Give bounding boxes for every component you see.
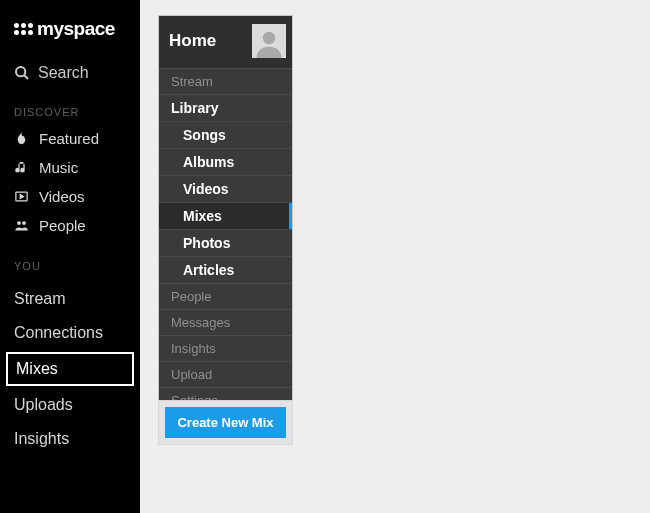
- svg-line-1: [24, 75, 28, 79]
- panel-item-label: Insights: [171, 341, 216, 356]
- svg-point-0: [16, 67, 25, 76]
- panel-item-stream[interactable]: Stream: [159, 68, 292, 94]
- panel-header: Home: [159, 16, 292, 68]
- home-dropdown-panel: Home Stream Library Songs Albums Videos …: [158, 15, 293, 440]
- you-insights[interactable]: Insights: [0, 422, 140, 456]
- panel-title: Home: [169, 31, 216, 51]
- you-list: Stream Connections Mixes Uploads Insight…: [0, 282, 140, 456]
- discover-list: Featured Music Videos People: [0, 124, 140, 240]
- panel-sub-label: Photos: [183, 235, 230, 251]
- brand-logo[interactable]: myspace: [0, 10, 140, 54]
- panel-sub-label: Videos: [183, 181, 229, 197]
- you-label: Connections: [14, 324, 103, 341]
- nav-videos[interactable]: Videos: [0, 182, 140, 211]
- you-heading: YOU: [0, 254, 140, 278]
- you-connections[interactable]: Connections: [0, 316, 140, 350]
- svg-point-4: [22, 221, 26, 225]
- panel-sub-label: Articles: [183, 262, 234, 278]
- play-icon: [14, 189, 29, 204]
- nav-label: People: [39, 217, 86, 234]
- panel-sub-label: Mixes: [183, 208, 222, 224]
- panel-sub-albums[interactable]: Albums: [159, 148, 292, 175]
- search-icon: [14, 65, 30, 81]
- create-mix-container: Create New Mix: [158, 400, 293, 445]
- you-label: Insights: [14, 430, 69, 447]
- create-new-mix-button[interactable]: Create New Mix: [165, 407, 286, 438]
- nav-people[interactable]: People: [0, 211, 140, 240]
- nav-label: Videos: [39, 188, 85, 205]
- flame-icon: [14, 131, 29, 146]
- panel-item-messages[interactable]: Messages: [159, 309, 292, 335]
- panel-item-label: Upload: [171, 367, 212, 382]
- panel-sub-label: Songs: [183, 127, 226, 143]
- panel-item-library[interactable]: Library: [159, 94, 292, 121]
- search-label: Search: [38, 64, 89, 82]
- you-label: Stream: [14, 290, 66, 307]
- discover-heading: DISCOVER: [0, 100, 140, 124]
- panel-sub-songs[interactable]: Songs: [159, 121, 292, 148]
- panel-sub-articles[interactable]: Articles: [159, 256, 292, 283]
- logo-dots-icon: [14, 23, 33, 35]
- you-uploads[interactable]: Uploads: [0, 388, 140, 422]
- nav-featured[interactable]: Featured: [0, 124, 140, 153]
- panel-item-label: Library: [171, 100, 218, 116]
- nav-music[interactable]: Music: [0, 153, 140, 182]
- nav-label: Music: [39, 159, 78, 176]
- panel-item-label: Stream: [171, 74, 213, 89]
- avatar[interactable]: [252, 24, 286, 58]
- you-label: Mixes: [16, 360, 58, 377]
- music-note-icon: [14, 160, 29, 175]
- panel-item-label: Messages: [171, 315, 230, 330]
- people-icon: [14, 218, 29, 233]
- panel-sub-label: Albums: [183, 154, 234, 170]
- panel-item-insights[interactable]: Insights: [159, 335, 292, 361]
- panel-item-upload[interactable]: Upload: [159, 361, 292, 387]
- you-mixes[interactable]: Mixes: [6, 352, 134, 386]
- panel-sub-photos[interactable]: Photos: [159, 229, 292, 256]
- panel-list: Stream Library Songs Albums Videos Mixes…: [159, 68, 292, 439]
- svg-point-3: [17, 221, 21, 225]
- avatar-placeholder-icon: [254, 28, 284, 58]
- panel-item-people[interactable]: People: [159, 283, 292, 309]
- search-input[interactable]: Search: [0, 54, 140, 100]
- brand-name: myspace: [37, 18, 115, 40]
- nav-label: Featured: [39, 130, 99, 147]
- svg-point-5: [263, 32, 276, 45]
- panel-item-label: People: [171, 289, 211, 304]
- you-label: Uploads: [14, 396, 73, 413]
- panel-sub-mixes[interactable]: Mixes: [159, 202, 292, 229]
- panel-sub-videos[interactable]: Videos: [159, 175, 292, 202]
- you-stream[interactable]: Stream: [0, 282, 140, 316]
- sidebar: myspace Search DISCOVER Featured Music V…: [0, 0, 140, 513]
